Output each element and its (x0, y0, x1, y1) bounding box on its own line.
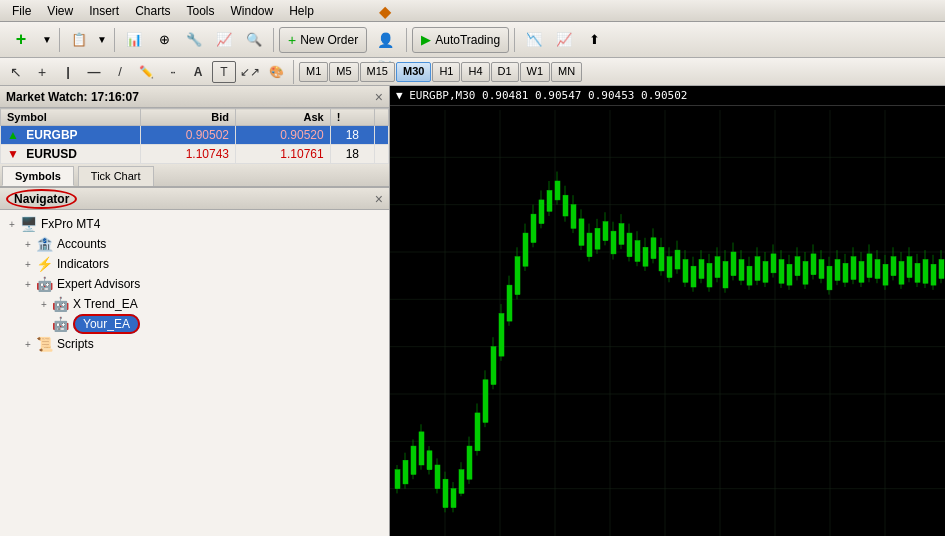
tree-your-ea[interactable]: 🤖 Your_EA (36, 314, 385, 334)
left-panel: Market Watch: 17:16:07 × Symbol Bid Ask … (0, 86, 390, 536)
toolbar2: ↖ + | — / ✏️ ··· A T ↙↗ 🎨 M1 M5 M15 M30 … (0, 58, 945, 86)
tab-symbols[interactable]: Symbols (2, 166, 74, 186)
tf-m15[interactable]: M15 (360, 62, 395, 82)
svg-rect-149 (923, 260, 928, 284)
ask-eurgbp: 0.90520 (236, 126, 331, 145)
pen-tool[interactable]: ✏️ (134, 61, 158, 83)
market-watch-close[interactable]: × (375, 89, 383, 105)
svg-rect-87 (675, 250, 680, 269)
person-icon[interactable]: 👤 (371, 26, 399, 54)
period-sep-button[interactable]: 📈 (210, 26, 238, 54)
autotrading-button[interactable]: ▶ AutoTrading (412, 27, 509, 53)
svg-rect-143 (899, 261, 904, 284)
chart-canvas[interactable] (390, 110, 945, 536)
svg-rect-59 (563, 195, 568, 216)
menu-insert[interactable]: Insert (81, 2, 127, 20)
svg-rect-117 (795, 257, 800, 276)
navigator-close[interactable]: × (375, 191, 383, 207)
crosshair-button[interactable]: ⊕ (150, 26, 178, 54)
chart-nav3[interactable]: ⬆ (580, 26, 608, 54)
svg-rect-141 (891, 257, 896, 276)
tree-indicators[interactable]: + ⚡ Indicators (20, 254, 385, 274)
color-tool[interactable]: 🎨 (264, 61, 288, 83)
tf-m5[interactable]: M5 (329, 62, 358, 82)
table-row[interactable]: ▲ EURGBP 0.90502 0.90520 18 (1, 126, 389, 145)
num-eurusd: 18 (330, 145, 374, 164)
tab-tick-chart[interactable]: Tick Chart (78, 166, 154, 186)
svg-rect-133 (859, 261, 864, 282)
menu-file[interactable]: File (4, 2, 39, 20)
arrow-tool[interactable]: ↖ (4, 61, 28, 83)
tf-d1[interactable]: D1 (491, 62, 519, 82)
dotted-tool[interactable]: ··· (160, 61, 184, 83)
menu-view[interactable]: View (39, 2, 81, 20)
new-chart-button[interactable]: + (4, 26, 38, 54)
chart-area[interactable]: ▼ EURGBP,M30 0.90481 0.90547 0.90453 0.9… (390, 86, 945, 536)
col-num: ! (330, 109, 374, 126)
table-row[interactable]: ▼ EURUSD 1.10743 1.10761 18 (1, 145, 389, 164)
tree-scripts[interactable]: + 📜 Scripts (20, 334, 385, 354)
scripts-icon: 📜 (36, 336, 53, 352)
svg-rect-97 (715, 257, 720, 278)
tree-ea[interactable]: + 🤖 Expert Advisors (20, 274, 385, 294)
tf-h1[interactable]: H1 (432, 62, 460, 82)
diamond-icon[interactable]: ◆ (371, 0, 399, 26)
chart-arrow: ▼ (396, 89, 403, 102)
svg-rect-69 (603, 222, 608, 241)
tf-mn[interactable]: MN (551, 62, 582, 82)
svg-rect-105 (747, 266, 752, 285)
profiles-dropdown[interactable]: ▼ (95, 26, 109, 54)
tree-fxpro[interactable]: + 🖥️ FxPro MT4 (4, 214, 385, 234)
scripts-label: Scripts (57, 337, 94, 351)
separator4 (406, 28, 407, 52)
crosshair-tool[interactable]: + (30, 61, 54, 83)
tree-xtrend-ea[interactable]: + 🤖 X Trend_EA (36, 294, 385, 314)
profiles-button[interactable]: 📋 (65, 26, 93, 54)
separator2 (114, 28, 115, 52)
arrow-up-icon: ▲ (7, 128, 19, 142)
chart-symbol: EURGBP,M30 (409, 89, 475, 102)
col-bid: Bid (141, 109, 236, 126)
tf-h4[interactable]: H4 (461, 62, 489, 82)
svg-rect-81 (651, 238, 656, 259)
svg-rect-41 (491, 347, 496, 385)
separator1 (59, 28, 60, 52)
svg-rect-91 (691, 266, 696, 287)
num-eurgbp: 18 (330, 126, 374, 145)
menu-tools[interactable]: Tools (179, 2, 223, 20)
menu-help[interactable]: Help (281, 2, 322, 20)
col-symbol: Symbol (1, 109, 141, 126)
zoom-select-button[interactable]: 🔧 (180, 26, 208, 54)
chart-nav2[interactable]: 📈 (550, 26, 578, 54)
tf-m30[interactable]: M30 (396, 62, 431, 82)
textbox-tool[interactable]: T (212, 61, 236, 83)
charts-button[interactable]: 📊 (120, 26, 148, 54)
dropdown-arrow[interactable]: ▼ (40, 26, 54, 54)
vline-tool[interactable]: | (56, 61, 80, 83)
col-ask: Ask (236, 109, 331, 126)
arrow-draw-tool[interactable]: ↙↗ (238, 61, 262, 83)
new-order-button[interactable]: + New Order (279, 27, 367, 53)
computer-icon: 🖥️ (20, 216, 37, 232)
tf-w1[interactable]: W1 (520, 62, 551, 82)
trendline-tool[interactable]: / (108, 61, 132, 83)
svg-rect-131 (851, 257, 856, 280)
menu-window[interactable]: Window (223, 2, 282, 20)
market-watch-header: Market Watch: 17:16:07 × (0, 86, 389, 108)
svg-rect-109 (763, 261, 768, 282)
chart-nav1[interactable]: 📉 (520, 26, 548, 54)
svg-rect-19 (403, 460, 408, 484)
svg-rect-125 (827, 266, 832, 290)
svg-rect-71 (611, 231, 616, 254)
new-order-label: New Order (300, 33, 358, 47)
text-tool[interactable]: A (186, 61, 210, 83)
svg-rect-73 (619, 224, 624, 245)
tree-accounts[interactable]: + 🏦 Accounts (20, 234, 385, 254)
navigator-header: Navigator × (0, 188, 389, 210)
candlestick-chart (390, 110, 945, 536)
zoom-in-button[interactable]: 🔍 (240, 26, 268, 54)
row1-scroll (375, 126, 389, 145)
tf-m1[interactable]: M1 (299, 62, 328, 82)
hline-tool[interactable]: — (82, 61, 106, 83)
menu-charts[interactable]: Charts (127, 2, 178, 20)
